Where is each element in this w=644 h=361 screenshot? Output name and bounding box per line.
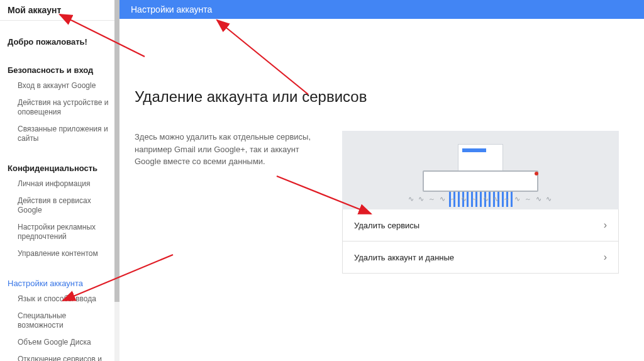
app-root: Мой аккаунт Добро пожаловать! Безопаснос… bbox=[0, 0, 644, 361]
sidebar-welcome[interactable]: Добро пожаловать! bbox=[0, 35, 119, 49]
main-area: Настройки аккаунта Удаление аккаунта или… bbox=[119, 0, 644, 361]
page-description: Здесь можно удалить как отдельные сервис… bbox=[135, 131, 323, 168]
sidebar-scrollbar-track[interactable] bbox=[114, 0, 119, 361]
sidebar-heading-security[interactable]: Безопасность и вход bbox=[0, 63, 119, 77]
sidebar-item-drive-storage[interactable]: Объем Google Диска bbox=[0, 334, 119, 351]
options-list: Удалить сервисы › Удалить аккаунт и данн… bbox=[342, 209, 619, 274]
chevron-right-icon: › bbox=[604, 219, 607, 231]
sidebar-heading-account-settings[interactable]: Настройки аккаунта bbox=[0, 276, 119, 291]
options-card: ∿ ∿ ～ ∿ ～ ∿ ～ ∿ ∿ ～ ∿ ～ ∿ ∿ Удалить серв… bbox=[342, 131, 619, 274]
sidebar-item-ads-settings[interactable]: Настройки рекламных предпочтений bbox=[0, 219, 119, 245]
sidebar-scrollbar-thumb[interactable] bbox=[114, 0, 119, 302]
sidebar-item-content-control[interactable]: Управление контентом bbox=[0, 245, 119, 262]
sidebar-item-connected-apps[interactable]: Связанные приложения и сайты bbox=[0, 121, 119, 147]
option-delete-account-data[interactable]: Удалить аккаунт и данные › bbox=[343, 242, 618, 273]
option-label: Удалить аккаунт и данные bbox=[354, 253, 454, 262]
content-row: Здесь можно удалить как отдельные сервис… bbox=[135, 131, 625, 274]
content-area: Удаление аккаунта или сервисов Здесь мож… bbox=[119, 19, 644, 274]
chevron-right-icon: › bbox=[604, 252, 607, 263]
page-title: Удаление аккаунта или сервисов bbox=[135, 88, 625, 106]
sidebar: Мой аккаунт Добро пожаловать! Безопаснос… bbox=[0, 0, 119, 361]
header-bar: Настройки аккаунта bbox=[119, 0, 644, 19]
sidebar-item-service-activity[interactable]: Действия в сервисах Google bbox=[0, 192, 119, 219]
sidebar-item-device-activity[interactable]: Действия на устройстве и оповещения bbox=[0, 94, 119, 121]
option-delete-services[interactable]: Удалить сервисы › bbox=[343, 209, 618, 242]
sidebar-item-signin[interactable]: Вход в аккаунт Google bbox=[0, 77, 119, 94]
option-label: Удалить сервисы bbox=[354, 221, 419, 230]
shredder-illustration: ∿ ∿ ～ ∿ ～ ∿ ～ ∿ ∿ ～ ∿ ～ ∿ ∿ bbox=[342, 131, 619, 209]
sidebar-item-accessibility[interactable]: Специальные возможности bbox=[0, 308, 119, 334]
header-title: Настройки аккаунта bbox=[131, 4, 212, 14]
sidebar-item-delete-services[interactable]: Отключение сервисов и удаление аккаунта bbox=[0, 351, 119, 361]
sidebar-heading-privacy[interactable]: Конфиденциальность bbox=[0, 161, 119, 175]
sidebar-title[interactable]: Мой аккаунт bbox=[0, 0, 114, 21]
sidebar-item-personal-info[interactable]: Личная информация bbox=[0, 175, 119, 192]
sidebar-item-language[interactable]: Язык и способы ввода bbox=[0, 291, 119, 308]
